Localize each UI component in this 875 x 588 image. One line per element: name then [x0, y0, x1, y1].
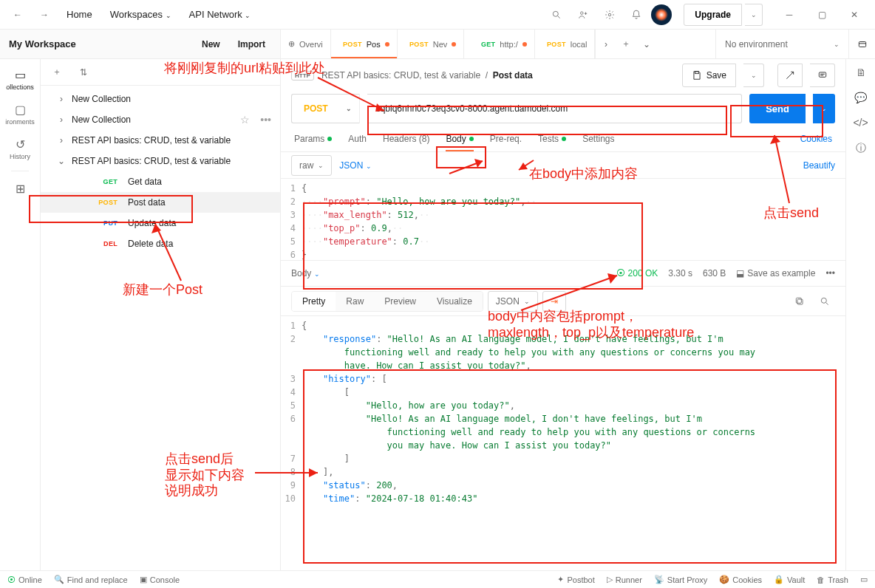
docs-icon[interactable]: 🗎	[856, 66, 866, 78]
response-section-label[interactable]: Body ⌄	[291, 268, 320, 278]
url-input[interactable]	[367, 94, 743, 123]
body-format-json[interactable]: JSON ⌄	[339, 160, 371, 171]
tab-params[interactable]: Params	[294, 126, 332, 151]
wrap-lines-icon[interactable]: ⇥	[542, 291, 566, 312]
save-button[interactable]: Save	[682, 64, 736, 87]
collection-new-1[interactable]: ›New Collection	[41, 89, 280, 109]
invite-icon[interactable]	[571, 3, 595, 27]
response-body[interactable]: 1{ 2 "response": "Hello! As an AI langua…	[281, 316, 845, 573]
tab-tests[interactable]: Tests	[538, 126, 566, 151]
response-tabs: Pretty Raw Preview Visualize JSON⌄ ⇥	[281, 287, 845, 316]
send-dropdown[interactable]: ⌄	[813, 94, 835, 123]
console[interactable]: ▣ Console	[140, 575, 180, 584]
status-code: ⦿ 200 OK	[616, 268, 658, 278]
nav-api-network[interactable]: API Network ⌄	[182, 4, 259, 24]
tab-new[interactable]: POST Nev	[398, 30, 465, 58]
resp-format-json[interactable]: JSON⌄	[488, 291, 538, 312]
breadcrumb-row: HTTP REST API basics: CRUD, test & varia…	[281, 59, 845, 92]
response-more[interactable]: •••	[825, 268, 835, 278]
find-replace[interactable]: 🔍 Find and replace	[54, 575, 128, 584]
rail-configure[interactable]: ⊞	[4, 177, 36, 200]
collection-rest-2[interactable]: ⌄REST API basics: CRUD, test & variable	[41, 151, 280, 171]
import-button[interactable]: Import	[232, 36, 271, 52]
search-response-icon[interactable]	[814, 291, 835, 312]
resp-tab-pretty[interactable]: Pretty	[292, 292, 336, 311]
info-icon[interactable]: ⓘ	[856, 142, 866, 155]
right-rail: 🗎 💬 </> ⓘ	[845, 59, 875, 573]
resp-tab-visualize[interactable]: Visualize	[426, 292, 483, 311]
rail-environments[interactable]: ▢ironments	[4, 98, 36, 130]
vault[interactable]: 🔒 Vault	[774, 575, 805, 584]
avatar[interactable]	[651, 4, 672, 25]
upgrade-dropdown[interactable]: ⌄	[745, 4, 763, 26]
save-dropdown[interactable]: ⌄	[743, 64, 764, 87]
tab-http[interactable]: GET http:/	[464, 30, 534, 58]
tab-auth[interactable]: Auth	[348, 126, 367, 151]
rail-collections[interactable]: ▭ollections	[4, 64, 36, 95]
tab-headers[interactable]: Headers (8)	[383, 126, 429, 151]
tab-new-button[interactable]: ＋	[616, 30, 636, 58]
cookies-link[interactable]: Cookies	[800, 134, 832, 144]
svg-line-1	[558, 16, 560, 18]
tab-settings[interactable]: Settings	[582, 126, 614, 151]
code-icon[interactable]: </>	[853, 117, 868, 129]
forward-button[interactable]: →	[33, 3, 56, 27]
tab-scroll-right[interactable]: ›	[595, 30, 616, 58]
save-as-example[interactable]: ⬓ Save as example	[736, 268, 815, 278]
window-close[interactable]: ✕	[840, 3, 869, 27]
tab-overview[interactable]: ⊕ Overvi	[281, 30, 331, 58]
comments-icon[interactable]: 💬	[854, 92, 867, 103]
window-maximize[interactable]: ▢	[807, 3, 837, 27]
trash[interactable]: 🗑 Trash	[817, 575, 848, 584]
copy-response-icon[interactable]	[789, 291, 810, 312]
more-icon[interactable]: •••	[257, 114, 274, 126]
comments-icon[interactable]	[810, 64, 835, 87]
nav-home[interactable]: Home	[59, 4, 100, 24]
tab-local[interactable]: POST local	[535, 30, 596, 58]
new-button[interactable]: New	[196, 36, 226, 52]
runner[interactable]: ▷ Runner	[607, 575, 642, 584]
notifications-icon[interactable]	[624, 3, 648, 27]
tab-prereq[interactable]: Pre-req.	[490, 126, 522, 151]
tab-menu[interactable]: ⌄	[636, 30, 657, 58]
request-get-data[interactable]: GETGet data	[41, 171, 280, 192]
request-post-data[interactable]: POSTPost data	[41, 192, 280, 213]
postbot[interactable]: ✦ Postbot	[557, 575, 594, 584]
environment-quicklook[interactable]	[848, 30, 875, 58]
back-button[interactable]: ←	[6, 3, 30, 27]
environment-selector[interactable]: No environment⌄	[715, 30, 848, 58]
method-selector[interactable]: POST⌄	[291, 94, 360, 123]
filter-icon[interactable]: ⇅	[73, 62, 94, 83]
svg-rect-13	[796, 298, 801, 303]
resp-tab-raw[interactable]: Raw	[336, 292, 374, 311]
breadcrumb[interactable]: REST API basics: CRUD, test & variable /…	[321, 70, 533, 81]
collection-rest-1[interactable]: ›REST API basics: CRUD, test & variable	[41, 130, 280, 151]
cookies-footer[interactable]: 🍪 Cookies	[719, 575, 762, 584]
request-body-editor[interactable]: 1{ 2····"prompt": "Hello, how are you to…	[281, 179, 845, 260]
panels-icon[interactable]: ▭	[860, 575, 868, 584]
http-badge: HTTP	[291, 71, 314, 81]
upgrade-button[interactable]: Upgrade	[684, 4, 742, 26]
resp-tab-preview[interactable]: Preview	[374, 292, 426, 311]
collection-new-2[interactable]: ›New Collection☆•••	[41, 109, 280, 130]
settings-icon[interactable]	[598, 3, 622, 27]
rail-history[interactable]: ↺History	[4, 133, 36, 165]
body-type-raw[interactable]: raw⌄	[291, 155, 332, 176]
request-delete-data[interactable]: DELDelete data	[41, 233, 280, 254]
workspace-name[interactable]: My Workspace	[9, 38, 190, 49]
svg-rect-6	[859, 41, 865, 47]
window-minimize[interactable]: ─	[774, 3, 804, 27]
tab-body[interactable]: Body	[446, 126, 473, 151]
request-put-data[interactable]: PUTUpdate data	[41, 213, 280, 233]
send-button[interactable]: Send	[749, 94, 806, 123]
start-proxy[interactable]: 📡 Start Proxy	[654, 575, 707, 584]
search-icon[interactable]	[545, 3, 568, 27]
status-online[interactable]: ⦿Online	[7, 575, 42, 584]
tab-post-data[interactable]: POST Pos	[331, 30, 398, 58]
nav-workspaces[interactable]: Workspaces ⌄	[103, 4, 179, 24]
create-icon[interactable]: ＋	[47, 62, 67, 83]
body-tools: raw⌄ JSON ⌄ Beautify	[281, 152, 845, 179]
star-icon[interactable]: ☆	[237, 114, 253, 126]
beautify-link[interactable]: Beautify	[803, 160, 835, 171]
share-icon[interactable]	[777, 64, 803, 87]
